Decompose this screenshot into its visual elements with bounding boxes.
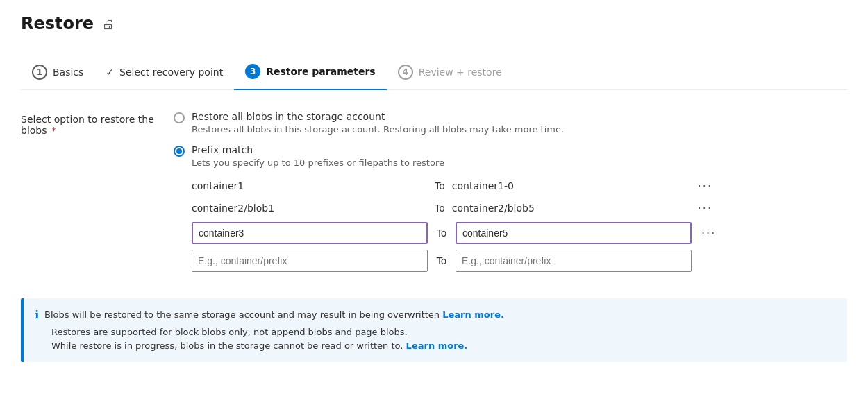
required-star: * xyxy=(51,125,56,136)
option-all-blobs[interactable]: Restore all blobs in the storage account… xyxy=(174,111,847,136)
option-prefix-match-desc: Lets you specify up to 10 prefixes or fi… xyxy=(192,157,444,169)
prefix-src-2: container2/blob1 xyxy=(192,200,428,216)
prefix-input-src-3[interactable] xyxy=(192,222,428,244)
info-text-main: Blobs will be restored to the same stora… xyxy=(44,309,504,320)
prefix-row-3: To ··· xyxy=(192,222,847,244)
check-icon: ✓ xyxy=(106,67,114,78)
step-label-basics: Basics xyxy=(53,67,83,78)
option-all-blobs-content: Restore all blobs in the storage account… xyxy=(192,111,564,136)
step-restore-params[interactable]: 3 Restore parameters xyxy=(234,55,387,90)
wizard-steps: 1 Basics ✓ Select recovery point 3 Resto… xyxy=(21,55,847,90)
step-label-recovery: Select recovery point xyxy=(119,67,223,78)
page-header: Restore 🖨 xyxy=(21,14,847,39)
info-banner-row1: ℹ Blobs will be restored to the same sto… xyxy=(35,308,836,321)
print-icon[interactable]: 🖨 xyxy=(102,17,115,31)
prefix-ellipsis-1[interactable]: ··· xyxy=(695,178,715,194)
radio-all-blobs[interactable] xyxy=(174,112,185,123)
learn-more-link-1[interactable]: Learn more. xyxy=(442,309,504,320)
prefix-row-1: container1 To container1-0 ··· xyxy=(192,178,847,194)
info-banner: ℹ Blobs will be restored to the same sto… xyxy=(21,298,847,362)
info-text-sub: Restores are supported for block blobs o… xyxy=(51,325,836,352)
option-prefix-match[interactable]: Prefix match Lets you specify up to 10 p… xyxy=(174,144,847,169)
prefix-input-dst-4[interactable] xyxy=(456,250,692,272)
options-col: Restore all blobs in the storage account… xyxy=(174,111,847,277)
prefix-dst-1: container1-0 xyxy=(452,180,688,191)
prefix-input-dst-3[interactable] xyxy=(456,222,692,244)
step-label-restore: Restore parameters xyxy=(266,66,376,77)
prefix-input-src-4[interactable] xyxy=(192,250,428,272)
prefix-ellipsis-3[interactable]: ··· xyxy=(699,225,719,241)
radio-prefix-match[interactable] xyxy=(174,146,185,157)
option-all-blobs-title: Restore all blobs in the storage account xyxy=(192,111,564,122)
step-circle-review: 4 xyxy=(398,65,413,80)
field-label-col: Select option to restore the blobs * xyxy=(21,111,174,277)
prefix-row-4: To xyxy=(192,250,847,272)
option-prefix-match-title: Prefix match xyxy=(192,144,444,155)
step-basics[interactable]: 1 Basics xyxy=(21,56,94,89)
content-area: Select option to restore the blobs * Res… xyxy=(21,111,847,277)
page-title: Restore xyxy=(21,14,94,33)
prefix-row-2: container2/blob1 To container2/blob5 ··· xyxy=(192,200,847,216)
step-review[interactable]: 4 Review + restore xyxy=(387,56,513,89)
page-container: Restore 🖨 1 Basics ✓ Select recovery poi… xyxy=(0,0,868,412)
prefix-section: container1 To container1-0 ··· container… xyxy=(192,178,847,272)
prefix-ellipsis-2[interactable]: ··· xyxy=(695,200,715,216)
step-label-review: Review + restore xyxy=(419,67,502,78)
prefix-dst-2: container2/blob5 xyxy=(452,203,688,214)
step-circle-restore: 3 xyxy=(245,64,260,79)
prefix-src-1: container1 xyxy=(192,178,428,194)
step-check-separator: ✓ Select recovery point xyxy=(94,58,234,87)
option-all-blobs-desc: Restores all blobs in this storage accou… xyxy=(192,123,564,136)
option-prefix-match-content: Prefix match Lets you specify up to 10 p… xyxy=(192,144,444,169)
prefix-to-3: To xyxy=(435,228,449,239)
step-circle-basics: 1 xyxy=(32,65,47,80)
info-icon: ℹ xyxy=(35,308,39,321)
prefix-to-2: To xyxy=(435,203,445,214)
field-label: Select option to restore the blobs xyxy=(21,114,154,136)
prefix-to-1: To xyxy=(435,180,445,191)
learn-more-link-2[interactable]: Learn more. xyxy=(406,341,468,351)
prefix-to-4: To xyxy=(435,255,449,266)
